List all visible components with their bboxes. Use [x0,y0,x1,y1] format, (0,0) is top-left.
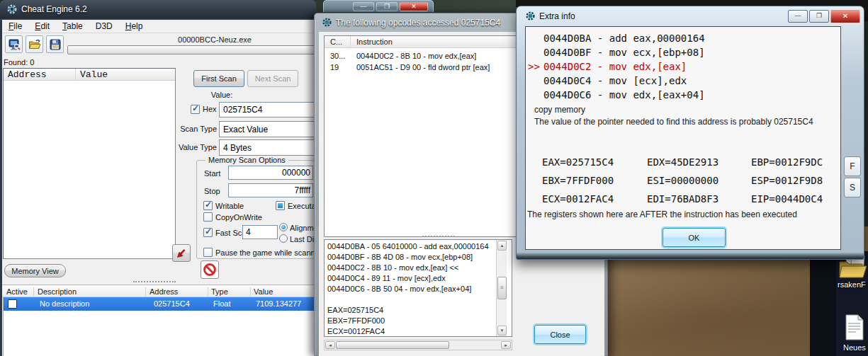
computer-icon [8,38,21,51]
copy-selection-to-table-button[interactable] [172,244,191,262]
found-count-label: Found: 0 [4,58,34,67]
dialog-title: The following opcodes accessed 025715C4 [336,18,500,28]
copyonwrite-checkbox[interactable] [203,212,213,222]
opcode-instruction: 0044D0C2 - 8B 10 - mov edx,[eax] [351,50,476,62]
menu-edit[interactable]: Edit [28,20,56,33]
found-address-list[interactable]: Address Value [3,68,176,259]
select-process-button[interactable] [5,35,23,53]
desktop-icon-label[interactable]: rsakenF [838,280,866,289]
row-address: 025715C4 [154,299,190,308]
scan-type-label: Scan Type [154,125,217,133]
memory-view-button[interactable]: Memory View [4,264,66,277]
row-active-checkbox[interactable] [8,299,17,309]
stack-button[interactable]: S [844,178,861,197]
writable-label: Writable [215,202,244,210]
register-value: ESI=00000000 [647,175,718,186]
menu-bar: File Edit Table D3D Help [2,20,316,33]
scrollbar-thumb[interactable]: ≡ [497,277,507,299]
extra-info-client: 0044D0BA - add eax,00000164 0044D0BF - m… [525,26,841,250]
fast-scan-alignment-input[interactable]: 4 [242,225,278,239]
window-title: Cheat Engine 6.2 [21,4,87,14]
alignment-label: Alignme [290,224,316,232]
desktop-icon-label[interactable]: Neues [843,343,866,352]
float-button[interactable]: F [844,156,861,176]
register-value: EIP=0044D0C4 [751,193,823,205]
col-type[interactable]: Type [211,287,228,296]
scan-progress-bar [67,45,315,54]
register-value: ESP=0012F9D8 [751,175,823,186]
menu-table[interactable]: Table [56,20,89,33]
opcode-count: 30... [325,50,351,62]
value-label: Value: [179,91,264,99]
col-count[interactable]: C... [325,36,351,47]
col-address[interactable]: Address [150,287,178,296]
dialog-splitter[interactable] [422,236,455,237]
start-address-input[interactable]: 000000 [228,166,313,180]
open-table-button[interactable] [26,35,43,53]
asm-line-highlighted: 0044D0C2 - mov edx,[eax] [543,61,687,72]
save-table-button[interactable] [46,35,64,53]
scan-type-dropdown[interactable]: Exact Value [219,121,315,137]
attached-process-label: 00000BCC-Neuz.exe [112,35,316,44]
horizontal-scrollbar[interactable]: ◄ ► [324,340,512,350]
ok-button[interactable]: OK [663,228,726,247]
text-file-icon [845,314,864,340]
opcode-detail-textarea[interactable]: 0044D0BA - 05 64010000 - add eax,0000016… [324,239,512,337]
cheat-table[interactable]: No description 025715C4 Float 7109.13427… [3,297,315,356]
col-active[interactable]: Active [6,287,28,296]
hex-checkbox[interactable] [191,105,200,114]
vertical-scrollbar[interactable]: ▲ ≡ ▼ [496,240,507,336]
scroll-left-icon[interactable]: ◄ [325,341,335,349]
close-button[interactable]: Close [534,325,586,344]
register-value: EBP=0012F9DC [751,156,823,168]
maximize-icon[interactable]: ❐ [376,2,398,11]
minimize-icon[interactable]: — [353,2,374,11]
menu-help[interactable]: Help [119,20,150,33]
asm-line: 0044D0C4 - mov [ecx],edx [543,75,687,86]
scroll-down-icon[interactable]: ▼ [497,326,507,335]
found-col-value[interactable]: Value [76,69,108,80]
table-row[interactable]: No description 025715C4 Float 7109.13427… [4,297,316,311]
stop-address-input[interactable]: 7fffff [228,183,313,197]
desktop-icon-textfile[interactable] [845,314,864,340]
window-title: Extra info [539,11,575,21]
col-instruction[interactable]: Instruction [351,36,393,47]
registers-footer-note: The registers shown here are AFTER the i… [527,209,797,219]
register-value: EBX=7FFDF000 [542,175,614,186]
close-icon[interactable]: ✕ [400,2,428,11]
menu-d3d[interactable]: D3D [89,20,119,33]
close-icon[interactable]: ✕ [830,10,860,23]
scroll-right-icon[interactable]: ► [501,341,511,349]
panel-splitter[interactable] [133,281,176,282]
found-col-address[interactable]: Address [4,69,76,80]
copyonwrite-label: CopyOnWrite [215,213,262,222]
next-scan-button[interactable]: Next Scan [247,70,298,87]
col-value[interactable]: Value [254,287,273,296]
last-digits-label: Last Dig [290,235,316,243]
found-list-header: Address Value [4,69,175,81]
cheat-table-header: Active Description Address Type Value [2,285,316,297]
alignment-radio[interactable] [279,223,288,231]
asm-line: 0044D0BF - mov ecx,[ebp+08] [543,47,705,58]
fast-scan-checkbox[interactable] [203,228,213,237]
opcode-count: 19 [325,62,351,73]
scan-value-input[interactable]: 025715C4 [219,102,315,117]
menu-file[interactable]: File [2,20,28,33]
value-type-dropdown[interactable]: 4 Bytes [219,139,315,156]
first-scan-button[interactable]: First Scan [193,70,244,87]
executable-checkbox[interactable] [276,201,285,210]
maximize-icon[interactable]: ❐ [809,10,829,23]
last-digits-radio[interactable] [279,234,288,243]
value-type-label: Value Type [151,143,217,151]
pause-game-checkbox[interactable] [203,248,213,257]
cheat-engine-window: Cheat Engine 6.2 File Edit Table D3D Hel… [0,0,316,356]
scrollbar-thumb[interactable] [336,341,449,349]
col-description[interactable]: Description [38,287,77,296]
minimize-icon[interactable]: — [788,10,808,23]
asm-line: 0044D0BA - add eax,00000164 [543,33,705,44]
desktop: — ❐ ✕ Cheat Engine 6.2 File Edit Table D… [0,0,868,356]
background-window-titlebar: — ❐ ✕ [323,0,434,12]
cancel-scan-button[interactable] [201,260,219,279]
writable-checkbox[interactable] [203,201,213,210]
scroll-up-icon[interactable]: ▲ [497,241,507,251]
